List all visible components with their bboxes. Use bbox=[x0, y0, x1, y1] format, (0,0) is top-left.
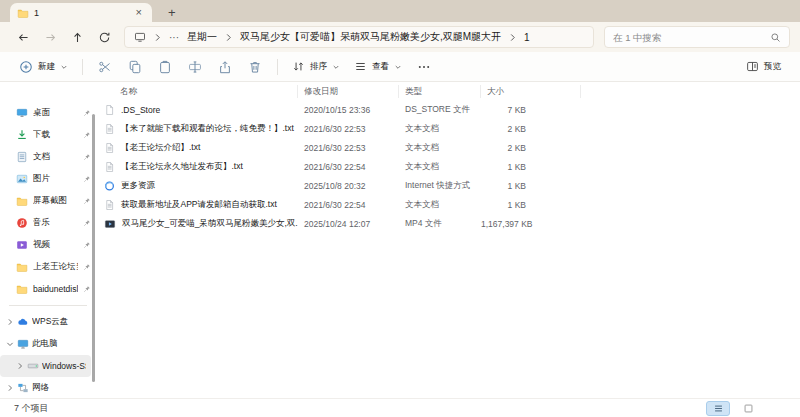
file-date: 2025/10/8 20:32 bbox=[298, 181, 399, 191]
file-date: 2025/10/24 12:07 bbox=[298, 219, 399, 229]
sidebar-item-wps-cloud[interactable]: WPS云盘 bbox=[0, 311, 96, 333]
preview-button[interactable]: 预览 bbox=[739, 56, 788, 77]
file-row[interactable]: 【来了就能下载和观看的论坛，纯免费！】.txt 2021/6/30 22:53 … bbox=[96, 119, 800, 138]
new-button[interactable]: 新建 bbox=[12, 56, 75, 78]
search-box[interactable] bbox=[604, 26, 790, 48]
chevron-down-icon bbox=[394, 63, 402, 71]
sidebar-item-pictures[interactable]: 图片 bbox=[0, 168, 96, 190]
back-button[interactable] bbox=[10, 26, 37, 48]
cloud-icon bbox=[17, 316, 29, 328]
details-view-toggle[interactable] bbox=[706, 401, 730, 416]
file-date: 2021/6/30 22:53 bbox=[298, 143, 399, 153]
chevron-right-icon[interactable] bbox=[5, 384, 14, 392]
paste-button[interactable] bbox=[150, 56, 180, 78]
breadcrumb-overflow[interactable]: ··· bbox=[169, 32, 179, 43]
videos-icon bbox=[16, 239, 28, 251]
folder-icon bbox=[16, 261, 28, 273]
downloads-icon bbox=[16, 129, 28, 141]
column-header-name[interactable]: 名称 bbox=[104, 85, 298, 98]
rename-button[interactable] bbox=[180, 56, 210, 78]
text-file-icon bbox=[104, 199, 115, 211]
file-size: 1,167,397 KB bbox=[481, 219, 581, 229]
sidebar-item-label: 此电脑 bbox=[32, 338, 91, 350]
copy-button[interactable] bbox=[120, 56, 150, 78]
refresh-button[interactable] bbox=[91, 26, 118, 48]
view-icon bbox=[354, 60, 367, 73]
explorer-tab[interactable]: 1 × bbox=[10, 3, 152, 22]
sidebar-item-documents[interactable]: 文档 bbox=[0, 146, 96, 168]
breadcrumb[interactable]: ··· 星期一 双马尾少女【可爱喵】呆萌双马尾粉嫩美少女,双腿M腿大开 1 bbox=[124, 26, 594, 48]
sidebar-item-windows-ssd[interactable]: Windows-SSD bbox=[0, 355, 91, 377]
text-file-icon bbox=[104, 161, 115, 173]
file-name: .DS_Store bbox=[121, 105, 160, 115]
search-icon[interactable] bbox=[770, 32, 781, 43]
pin-icon bbox=[83, 131, 91, 139]
pin-icon bbox=[83, 175, 91, 183]
sort-button[interactable]: 排序 bbox=[285, 56, 347, 77]
chevron-right-icon bbox=[225, 33, 232, 42]
sidebar-item-label: Windows-SSD bbox=[42, 361, 86, 371]
breadcrumb-item-current[interactable]: 1 bbox=[524, 32, 530, 43]
cut-button[interactable] bbox=[90, 56, 120, 78]
view-button[interactable]: 查看 bbox=[347, 56, 409, 77]
file-type: MP4 文件 bbox=[399, 218, 481, 230]
file-type: Internet 快捷方式 bbox=[399, 180, 481, 192]
sidebar-item-label: baidunetdisl bbox=[33, 284, 78, 294]
sidebar-item-label: 桌面 bbox=[33, 107, 78, 119]
file-row[interactable]: 获取最新地址及APP请发邮箱自动获取.txt 2021/6/30 22:54 文… bbox=[96, 195, 800, 214]
sidebar-item-screenshots[interactable]: 屏幕截图 bbox=[0, 190, 96, 212]
column-header-type[interactable]: 类型 bbox=[399, 85, 481, 98]
icons-view-toggle[interactable] bbox=[736, 401, 760, 416]
sidebar-item-label: WPS云盘 bbox=[32, 316, 91, 328]
new-tab-button[interactable]: + bbox=[168, 6, 176, 22]
blank-file-icon bbox=[104, 104, 115, 116]
sidebar-item-label: 图片 bbox=[33, 173, 78, 185]
sidebar-item-desktop[interactable]: 桌面 bbox=[0, 102, 96, 124]
up-button[interactable] bbox=[64, 26, 91, 48]
file-name: 获取最新地址及APP请发邮箱自动获取.txt bbox=[121, 199, 277, 211]
circle-plus-icon bbox=[19, 60, 33, 74]
toolbar-divider bbox=[277, 59, 278, 75]
sidebar-item-this-pc[interactable]: 此电脑 bbox=[0, 333, 96, 355]
forward-button[interactable] bbox=[37, 26, 64, 48]
chevron-right-icon[interactable] bbox=[15, 362, 24, 370]
video-file-icon bbox=[104, 218, 116, 230]
sidebar-item-downloads[interactable]: 下载 bbox=[0, 124, 96, 146]
column-header-size[interactable]: 大小 bbox=[481, 85, 581, 98]
pin-icon bbox=[83, 263, 91, 271]
breadcrumb-item[interactable]: 星期一 bbox=[187, 30, 217, 44]
sidebar-item-folder-laowang[interactable]: 上老王论坛当 bbox=[0, 256, 96, 278]
chevron-right-icon[interactable] bbox=[5, 318, 14, 326]
sort-button-label: 排序 bbox=[310, 61, 327, 73]
tab-close-icon[interactable]: × bbox=[133, 7, 145, 18]
file-row[interactable]: 双马尾少女_可爱喵_呆萌双马尾粉嫩美少女,双... 2025/10/24 12:… bbox=[96, 214, 800, 233]
file-size: 2 KB bbox=[481, 124, 581, 134]
file-list: 名称 修改日期 类型 大小 .DS_Store 2020/10/15 23:36… bbox=[96, 82, 800, 398]
sidebar-item-videos[interactable]: 视频 bbox=[0, 234, 96, 256]
delete-button[interactable] bbox=[240, 56, 270, 78]
sidebar-item-music[interactable]: 音乐 bbox=[0, 212, 96, 234]
file-size: 1 KB bbox=[481, 162, 581, 172]
sidebar-item-label: 视频 bbox=[33, 239, 78, 251]
see-more-button[interactable] bbox=[409, 56, 439, 78]
share-button[interactable] bbox=[210, 56, 240, 78]
drive-icon bbox=[27, 360, 39, 372]
breadcrumb-item[interactable]: 双马尾少女【可爱喵】呆萌双马尾粉嫩美少女,双腿M腿大开 bbox=[240, 30, 501, 44]
file-row[interactable]: 更多资源 2025/10/8 20:32 Internet 快捷方式 1 KB bbox=[96, 176, 800, 195]
file-row[interactable]: 【老王论坛永久地址发布页】.txt 2021/6/30 22:54 文本文档 1… bbox=[96, 157, 800, 176]
address-bar-row: ··· 星期一 双马尾少女【可爱喵】呆萌双马尾粉嫩美少女,双腿M腿大开 1 bbox=[0, 22, 800, 52]
sidebar-item-network[interactable]: 网络 bbox=[0, 377, 96, 398]
search-input[interactable] bbox=[613, 32, 766, 43]
sidebar-item-folder-baidunetdisk[interactable]: baidunetdisl bbox=[0, 278, 96, 300]
chevron-down-icon[interactable] bbox=[5, 341, 14, 347]
sidebar-scrollbar[interactable] bbox=[92, 114, 95, 382]
this-pc-icon[interactable] bbox=[134, 31, 146, 43]
folder-icon bbox=[16, 195, 28, 207]
column-header-date[interactable]: 修改日期 bbox=[298, 85, 399, 98]
sidebar-item-label: 屏幕截图 bbox=[33, 195, 78, 207]
file-row[interactable]: .DS_Store 2020/10/15 23:36 DS_STORE 文件 7… bbox=[96, 100, 800, 119]
file-type: DS_STORE 文件 bbox=[399, 104, 481, 116]
tab-title: 1 bbox=[34, 8, 128, 18]
file-row[interactable]: 【老王论坛介绍】.txt 2021/6/30 22:53 文本文档 2 KB bbox=[96, 138, 800, 157]
navigation-pane: 桌面 下载 文档 图片 屏幕截图 音乐 bbox=[0, 82, 96, 398]
